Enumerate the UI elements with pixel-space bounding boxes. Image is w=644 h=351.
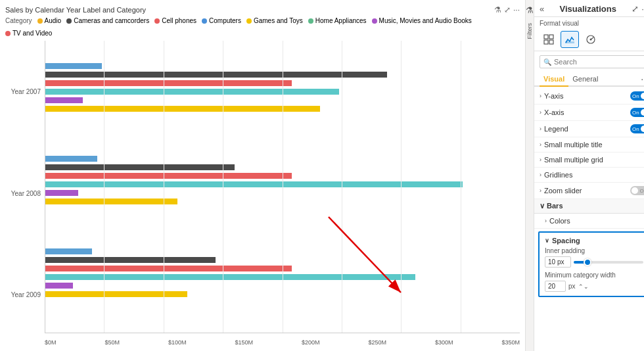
section-gridlines[interactable]: › Gridlines <box>534 168 644 183</box>
more-icon[interactable]: ··· <box>513 5 520 14</box>
legend: Category Audio Cameras and camcorders Ce… <box>5 17 520 37</box>
legend-item-computers: Computers <box>202 17 241 24</box>
toggle-x-axis[interactable]: On <box>630 108 644 117</box>
legend-item-audio: Audio <box>37 17 62 24</box>
filters-icon[interactable]: ⚗ <box>526 5 534 15</box>
section-zoom-label: › Zoom slider <box>540 187 582 195</box>
bar-row <box>45 71 520 78</box>
bar-row <box>45 198 520 204</box>
x-label-300: $300M <box>435 339 453 346</box>
min-cat-input[interactable] <box>545 281 566 292</box>
section-legend[interactable]: › Legend On <box>534 121 644 137</box>
section-small-multiple-title[interactable]: › Small multiple title <box>534 137 644 152</box>
visual-icon-analytics[interactable] <box>582 31 600 48</box>
legend-label: Category <box>5 17 32 24</box>
svg-rect-3 <box>549 35 553 39</box>
format-visual-label: Format visual <box>534 17 644 28</box>
spacing-title[interactable]: ∨ Spacing <box>545 237 643 245</box>
chevron-icon: › <box>540 156 541 163</box>
expand-icon[interactable]: ⤢ <box>504 5 511 14</box>
chevron-icon: › <box>540 126 541 132</box>
section-small-multiple-grid[interactable]: › Small multiple grid <box>534 152 644 168</box>
filter-icon[interactable]: ⚗ <box>494 5 501 14</box>
bar-row <box>45 88 520 95</box>
section-smg-label: › Small multiple grid <box>540 156 603 164</box>
bar-group-2009 <box>45 227 520 319</box>
section-colors-label: › Colors <box>545 217 570 225</box>
toggle-y-axis[interactable]: On <box>630 91 644 101</box>
visual-icon-format[interactable] <box>561 31 579 48</box>
bar-row <box>45 189 520 196</box>
section-colors[interactable]: › Colors <box>534 214 644 229</box>
y-axis: Year 2007 Year 2008 Year 2009 <box>5 41 45 346</box>
tab-visual[interactable]: Visual <box>540 72 568 87</box>
svg-rect-6 <box>565 41 574 43</box>
bar-row <box>45 164 520 170</box>
panel-icon-2[interactable]: ··· <box>641 4 644 14</box>
bar-group-2007 <box>45 41 520 133</box>
inner-padding-label: Inner padding <box>545 247 643 254</box>
search-input[interactable] <box>554 58 644 66</box>
min-cat-label: Minimum category width <box>545 271 643 279</box>
panel-title: Visualizations <box>559 4 616 14</box>
padding-control <box>545 256 643 268</box>
svg-rect-4 <box>544 40 548 44</box>
inner-padding-input[interactable] <box>545 256 571 268</box>
section-zoom-slider[interactable]: › Zoom slider Off <box>534 183 644 199</box>
x-label-50: $50M <box>104 339 120 346</box>
bar-groups <box>45 41 520 333</box>
legend-item-games: Games and Toys <box>246 17 303 24</box>
tab-more-icon[interactable]: ··· <box>641 74 644 84</box>
y-label-2007: Year 2007 <box>11 41 41 143</box>
section-x-axis[interactable]: › X-axis On <box>534 105 644 121</box>
visual-icon-grid[interactable] <box>540 31 558 48</box>
x-label-150: $150M <box>235 339 253 346</box>
bar-row <box>45 155 520 162</box>
filters-bar: ⚗ Filters <box>526 0 534 351</box>
chevron-icon: › <box>540 187 541 194</box>
right-panel-wrapper: ⚗ Filters « Visualizations ⤢ ··· Format … <box>526 0 644 351</box>
chevron-icon: › <box>540 172 541 178</box>
section-legend-label: › Legend <box>540 125 568 133</box>
bar-row <box>45 172 520 179</box>
toggle-legend[interactable]: On <box>630 124 644 133</box>
bar-row <box>45 266 520 272</box>
bars-section-header[interactable]: ∨ Bars <box>534 199 644 214</box>
bar-row <box>45 105 520 112</box>
panel-content: › Y-axis On › X-axis On <box>534 88 644 351</box>
svg-rect-2 <box>544 35 548 39</box>
chart-container: Year 2007 Year 2008 Year 2009 <box>5 41 520 346</box>
chart-toolbar: ⚗ ⤢ ··· <box>494 5 520 14</box>
panel-icon-1[interactable]: ⤢ <box>632 4 639 14</box>
padding-slider[interactable] <box>574 261 643 264</box>
section-y-axis[interactable]: › Y-axis On <box>534 88 644 105</box>
min-cat-spin[interactable]: ⌃⌄ <box>578 283 589 290</box>
collapse-icon[interactable]: « <box>540 4 544 14</box>
bar-row <box>45 248 520 255</box>
bar-row <box>45 80 520 86</box>
px-label: px <box>568 283 576 290</box>
bar-row <box>45 257 520 264</box>
panel-main: « Visualizations ⤢ ··· Format visual <box>534 0 644 351</box>
legend-item-tv: TV and Video <box>5 30 52 37</box>
bar-group-2008 <box>45 133 520 226</box>
legend-item-cellphones: Cell phones <box>154 17 196 24</box>
bar-row <box>45 283 520 289</box>
chevron-icon: › <box>540 109 541 116</box>
toggle-zoom[interactable]: Off <box>630 186 644 195</box>
y-label-2008: Year 2008 <box>11 143 41 245</box>
x-label-100: $100M <box>168 339 187 346</box>
legend-item-appliances: Home Appliances <box>308 17 367 24</box>
x-label-250: $250M <box>368 339 386 346</box>
legend-item-music: Music, Movies and Audio Books <box>372 17 472 24</box>
svg-rect-5 <box>549 40 553 44</box>
bar-row <box>45 97 520 103</box>
search-box[interactable]: 🔍 <box>540 55 644 68</box>
x-axis: $0M $50M $100M $150M $200M $250M $300M $… <box>45 333 520 346</box>
search-icon: 🔍 <box>543 59 551 66</box>
chart-area: Sales by Calendar Year Label and Categor… <box>0 0 526 351</box>
slider-thumb <box>584 258 591 266</box>
x-label-200: $200M <box>302 339 320 346</box>
bar-row <box>45 181 520 187</box>
tab-general[interactable]: General <box>568 72 602 87</box>
